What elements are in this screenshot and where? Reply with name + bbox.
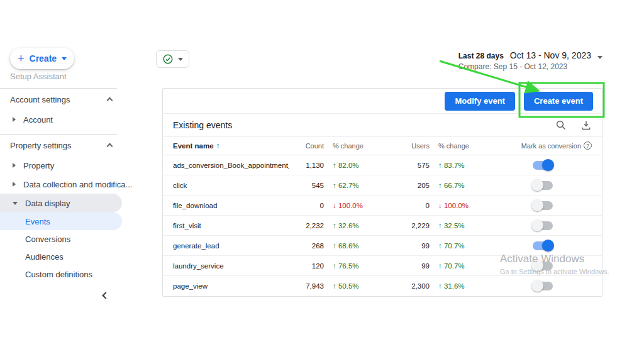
event-name-cell: ads_conversion_Book_appointment_1 (173, 162, 289, 169)
chevron-down-icon (62, 57, 67, 60)
main-content: Last 28 days Oct 13 - Nov 9, 2023 Compar… (123, 0, 644, 337)
toggle-knob (531, 260, 543, 272)
events-table-header: Event name ↑ Count % change Users % chan… (163, 136, 602, 155)
plus-icon: + (18, 53, 25, 64)
event-count-cell: 1,130 (289, 162, 324, 169)
event-name-cell: file_download (173, 202, 289, 209)
sidebar-item-property[interactable]: Property (0, 156, 123, 175)
event-users-cell: 205 (387, 182, 430, 189)
conversion-toggle[interactable] (533, 262, 553, 270)
sidebar-item-setup-assistant[interactable]: Setup Assistant (10, 72, 123, 83)
event-name-cell: page_view (173, 282, 289, 290)
column-users[interactable]: Users (387, 142, 430, 150)
event-count-cell: 0 (289, 202, 324, 209)
help-icon[interactable]: ? (584, 141, 592, 150)
conversion-cell (492, 282, 592, 290)
section-label: Property settings (10, 141, 72, 150)
column-count[interactable]: Count (289, 142, 324, 150)
chevron-left-icon[interactable] (102, 292, 109, 299)
sidebar-section-account-settings[interactable]: Account settings (0, 89, 123, 110)
count-change-cell: ↑ 62.7% (324, 182, 387, 189)
date-range-text: Last 28 days Oct 13 - Nov 9, 2023 Compar… (458, 50, 591, 71)
conversion-toggle[interactable] (533, 181, 553, 190)
events-panel-title: Existing events (173, 120, 541, 130)
sidebar-item-label: Account (23, 115, 53, 124)
conversion-toggle[interactable] (533, 241, 553, 250)
event-name-cell: laundry_service (173, 262, 289, 270)
sidebar-item-label: Property (23, 161, 54, 170)
create-button-label: Create (30, 53, 57, 64)
conversion-cell (492, 221, 592, 230)
date-range-value: Oct 13 - Nov 9, 2023 (510, 50, 591, 60)
sidebar-item-events[interactable]: Events (0, 213, 122, 230)
date-range-picker[interactable]: Last 28 days Oct 13 - Nov 9, 2023 Compar… (458, 50, 602, 71)
sidebar: + Create Setup Assistant Account setting… (0, 0, 123, 337)
count-change-cell: ↑ 76.5% (324, 262, 387, 270)
download-button[interactable] (580, 119, 592, 131)
event-users-cell: 2,300 (387, 282, 430, 290)
sidebar-item-data-collection[interactable]: Data collection and modifica... (0, 175, 123, 194)
column-mark-as-conversion: Mark as conversion ? (492, 141, 592, 150)
count-change-cell: ↑ 82.0% (324, 162, 387, 169)
users-change-cell: ↑ 32.5% (430, 222, 492, 229)
users-change-cell: ↑ 31.6% (430, 282, 492, 290)
table-row: click 545 ↑ 62.7% 205 ↑ 66.7% (163, 175, 602, 196)
count-change-cell: ↑ 50.5% (324, 282, 387, 290)
conversion-toggle[interactable] (533, 282, 553, 290)
events-card: Modify event Create event Existing event… (162, 88, 602, 297)
conversion-toggle[interactable] (533, 221, 553, 230)
event-users-cell: 575 (387, 162, 430, 169)
table-row: ads_conversion_Book_appointment_1 1,130 … (163, 155, 602, 175)
users-change-cell: ↓ 100.0% (430, 202, 492, 209)
event-users-cell: 99 (387, 262, 430, 270)
sidebar-section-property-settings[interactable]: Property settings (0, 135, 123, 156)
event-count-cell: 7,943 (289, 282, 324, 290)
toggle-knob (531, 199, 543, 211)
sidebar-item-data-display[interactable]: Data display (0, 194, 122, 213)
section-label: Account settings (10, 95, 70, 104)
sidebar-item-conversions[interactable]: Conversions (0, 230, 123, 248)
conversion-toggle[interactable] (533, 201, 553, 210)
count-change-cell: ↓ 100.0% (324, 202, 387, 209)
conversion-cell (492, 262, 592, 270)
sidebar-item-custom-definitions[interactable]: Custom definitions (0, 265, 123, 283)
event-users-cell: 99 (387, 242, 430, 250)
table-row: generate_lead 268 ↑ 68.6% 99 ↑ 70.7% (163, 236, 602, 256)
tree-arrow-right-icon (13, 182, 16, 187)
events-toolbar: Modify event Create event (163, 89, 602, 114)
modify-event-button[interactable]: Modify event (445, 92, 514, 111)
tree-arrow-right-icon (13, 117, 16, 122)
conversion-cell (492, 181, 592, 190)
sort-ascending-icon: ↑ (216, 141, 220, 150)
chevron-down-icon (597, 56, 602, 59)
event-count-cell: 2,232 (289, 222, 324, 229)
sidebar-item-audiences[interactable]: Audiences (0, 248, 123, 265)
column-event-name[interactable]: Event name ↑ (173, 141, 289, 150)
users-change-cell: ↑ 70.7% (430, 262, 492, 270)
count-change-cell: ↑ 32.6% (324, 222, 387, 229)
table-row: laundry_service 120 ↑ 76.5% 99 ↑ 70.7% (163, 256, 602, 276)
toggle-knob (531, 280, 543, 292)
create-event-button[interactable]: Create event (524, 92, 593, 111)
download-icon (580, 119, 592, 131)
table-row: file_download 0 ↓ 100.0% 0 ↓ 100.0% (163, 196, 602, 216)
sidebar-item-account[interactable]: Account (0, 110, 123, 129)
column-count-change[interactable]: % change (324, 142, 387, 150)
event-name-cell: first_visit (173, 222, 289, 229)
search-button[interactable] (555, 119, 567, 131)
create-button[interactable]: + Create (10, 48, 74, 69)
event-count-cell: 120 (289, 262, 324, 270)
table-row: first_visit 2,232 ↑ 32.6% 2,229 ↑ 32.5% (163, 216, 602, 236)
sidebar-item-label: Data display (25, 199, 70, 208)
chevron-down-icon (178, 58, 183, 61)
tree-arrow-right-icon (13, 163, 16, 168)
users-change-cell: ↑ 66.7% (430, 182, 492, 189)
event-users-cell: 2,229 (387, 222, 430, 229)
status-filter-chip[interactable] (156, 50, 189, 68)
conversion-toggle[interactable] (533, 161, 553, 170)
toggle-knob (531, 179, 543, 191)
topbar: Last 28 days Oct 13 - Nov 9, 2023 Compar… (156, 50, 602, 71)
column-users-change[interactable]: % change (430, 142, 492, 150)
tree-arrow-down-icon (13, 202, 18, 205)
conversion-cell (492, 161, 592, 170)
